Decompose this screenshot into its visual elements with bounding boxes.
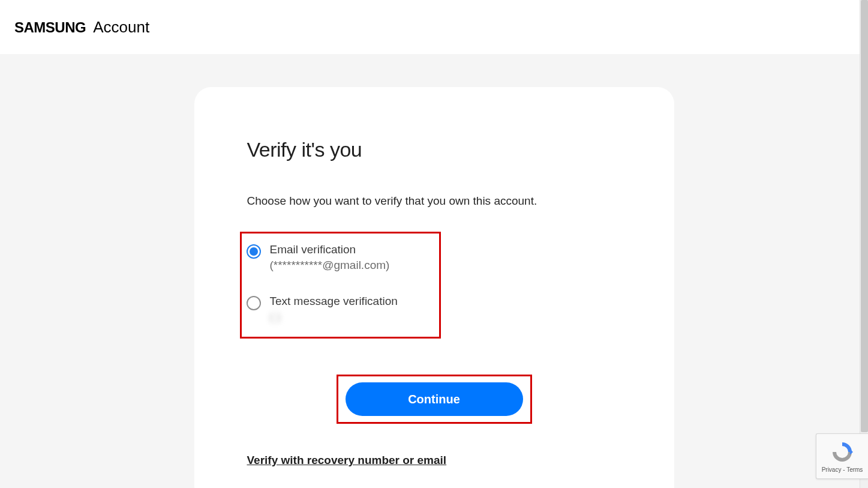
recovery-link[interactable]: Verify with recovery number or email (247, 454, 447, 467)
card-title: Verify it's you (247, 138, 621, 161)
continue-button-highlight: Continue (337, 375, 532, 424)
verification-options-highlight: Email verification (***********@gmail.co… (240, 232, 441, 339)
option-sms[interactable]: Text message verification ( ) (247, 292, 434, 326)
option-email-text: Email verification (***********@gmail.co… (270, 243, 390, 272)
card-subtitle: Choose how you want to verify that you o… (247, 194, 621, 208)
radio-sms[interactable] (247, 296, 261, 310)
recaptcha-legal[interactable]: Privacy - Terms (822, 466, 863, 473)
verify-card: Verify it's you Choose how you want to v… (194, 87, 674, 488)
scrollbar[interactable] (860, 0, 868, 488)
brand-logo: SAMSUNG Account (14, 18, 149, 37)
recaptcha-icon (830, 440, 854, 464)
scrollbar-thumb[interactable] (861, 0, 868, 432)
option-email-detail: (***********@gmail.com) (270, 259, 390, 272)
option-sms-text: Text message verification ( ) (270, 295, 398, 324)
radio-email[interactable] (247, 244, 261, 259)
option-email-label: Email verification (270, 243, 390, 256)
brand-sub-text: Account (93, 18, 149, 37)
option-sms-detail: ( ) (270, 310, 398, 324)
option-email[interactable]: Email verification (***********@gmail.co… (247, 241, 434, 274)
continue-button[interactable]: Continue (346, 382, 523, 416)
brand-main-text: SAMSUNG (14, 19, 86, 36)
option-sms-label: Text message verification (270, 295, 398, 308)
main-content: Verify it's you Choose how you want to v… (0, 54, 868, 488)
page-header: SAMSUNG Account (0, 0, 868, 54)
recaptcha-badge[interactable]: Privacy - Terms (816, 433, 868, 479)
